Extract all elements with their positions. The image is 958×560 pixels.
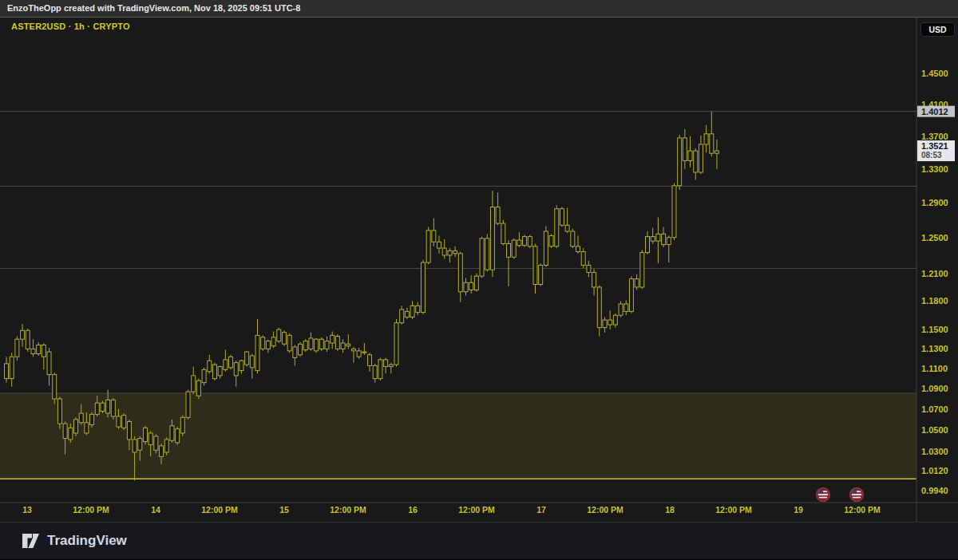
candle[interactable] <box>699 144 703 172</box>
candle[interactable] <box>362 352 366 353</box>
time-tick-label[interactable]: 17 <box>536 505 546 515</box>
candle[interactable] <box>117 416 121 427</box>
candle[interactable] <box>319 339 323 349</box>
candle[interactable] <box>196 381 200 396</box>
price-tick-label[interactable]: 1.2900 <box>921 198 948 207</box>
candle[interactable] <box>576 246 580 252</box>
price-tick-label[interactable]: 1.2500 <box>921 233 948 243</box>
candle[interactable] <box>426 231 430 262</box>
candle[interactable] <box>266 341 270 349</box>
candle[interactable] <box>544 231 548 265</box>
candle[interactable] <box>26 330 30 349</box>
candle[interactable] <box>640 253 644 287</box>
symbol-legend[interactable]: ASTER2USD · 1h · CRYPTO <box>11 22 130 31</box>
candle[interactable] <box>73 420 77 433</box>
candle[interactable] <box>357 351 361 357</box>
candle[interactable] <box>170 426 174 441</box>
candle[interactable] <box>293 347 297 358</box>
candle[interactable] <box>101 403 105 411</box>
candle[interactable] <box>624 304 628 311</box>
candle[interactable] <box>42 345 46 357</box>
candle[interactable] <box>309 338 313 349</box>
time-tick-label[interactable]: 15 <box>279 505 289 515</box>
candle[interactable] <box>21 330 25 339</box>
candle[interactable] <box>571 231 575 246</box>
candle[interactable] <box>208 361 212 372</box>
candle[interactable] <box>688 151 692 160</box>
candle[interactable] <box>384 360 388 367</box>
candle[interactable] <box>127 421 131 439</box>
candle[interactable] <box>90 414 94 424</box>
candle[interactable] <box>694 151 698 172</box>
candle[interactable] <box>416 306 420 312</box>
candle[interactable] <box>373 365 377 378</box>
candle[interactable] <box>672 186 676 238</box>
candle[interactable] <box>240 361 243 370</box>
candle[interactable] <box>111 400 115 416</box>
price-tick-label[interactable]: 1.0500 <box>921 425 948 435</box>
candle[interactable] <box>410 306 414 317</box>
time-tick-label[interactable]: 12:00 PM <box>330 505 366 515</box>
candle[interactable] <box>79 413 83 423</box>
time-tick-label[interactable]: 12:00 PM <box>458 505 495 515</box>
candle[interactable] <box>63 424 67 438</box>
candle[interactable] <box>277 329 281 341</box>
candle[interactable] <box>704 134 708 144</box>
candle[interactable] <box>710 134 714 153</box>
candle[interactable] <box>592 273 596 287</box>
candle[interactable] <box>565 225 569 231</box>
candle[interactable] <box>15 339 19 357</box>
candle[interactable] <box>368 355 372 366</box>
candle[interactable] <box>394 323 398 365</box>
candle[interactable] <box>180 417 184 433</box>
candle[interactable] <box>346 344 350 345</box>
candle[interactable] <box>619 304 623 315</box>
candle[interactable] <box>148 433 152 445</box>
candle[interactable] <box>133 440 137 452</box>
candle[interactable] <box>635 279 639 287</box>
candle[interactable] <box>421 262 425 313</box>
candle[interactable] <box>448 250 452 255</box>
currency-toggle-button[interactable]: USD <box>920 22 955 37</box>
candle[interactable] <box>351 349 355 350</box>
candle[interactable] <box>53 375 57 399</box>
price-tick-label[interactable]: 1.1300 <box>921 344 948 353</box>
candle[interactable] <box>57 399 61 424</box>
candle[interactable] <box>164 440 168 452</box>
price-tick-label[interactable]: 1.0700 <box>921 404 948 414</box>
candle[interactable] <box>507 243 511 257</box>
candle[interactable] <box>176 429 180 443</box>
candle[interactable] <box>405 311 409 317</box>
candle[interactable] <box>255 335 259 370</box>
price-tick-label[interactable]: 1.0120 <box>921 466 948 475</box>
time-tick-label[interactable]: 12:00 PM <box>844 505 881 515</box>
price-tick-label[interactable]: 1.1100 <box>921 364 948 373</box>
price-tick-label[interactable]: 1.0900 <box>921 384 948 393</box>
candle[interactable] <box>464 282 468 292</box>
price-tick-label[interactable]: 1.3300 <box>921 164 948 174</box>
candle[interactable] <box>186 392 190 417</box>
candle[interactable] <box>234 363 238 376</box>
candle[interactable] <box>315 339 319 351</box>
candle[interactable] <box>656 234 660 241</box>
price-tick-label[interactable]: 1.1800 <box>921 296 948 306</box>
candle[interactable] <box>202 369 206 382</box>
time-tick-label[interactable]: 12:00 PM <box>587 505 623 515</box>
candle[interactable] <box>662 234 666 244</box>
candle[interactable] <box>192 376 196 392</box>
candle[interactable] <box>299 344 303 354</box>
candle[interactable] <box>528 237 532 246</box>
candle[interactable] <box>490 207 494 270</box>
time-tick-label[interactable]: 12:00 PM <box>201 505 238 515</box>
time-tick-label[interactable]: 16 <box>408 505 418 515</box>
price-tick-label[interactable]: 1.3700 <box>921 132 948 141</box>
candle[interactable] <box>143 428 147 441</box>
candle[interactable] <box>31 349 35 353</box>
candle[interactable] <box>389 365 393 366</box>
candle[interactable] <box>37 345 41 353</box>
candle[interactable] <box>331 335 335 343</box>
price-tick-label[interactable]: 0.9940 <box>921 486 948 495</box>
candle[interactable] <box>122 416 126 428</box>
candle[interactable] <box>523 237 527 246</box>
candle[interactable] <box>325 341 329 349</box>
